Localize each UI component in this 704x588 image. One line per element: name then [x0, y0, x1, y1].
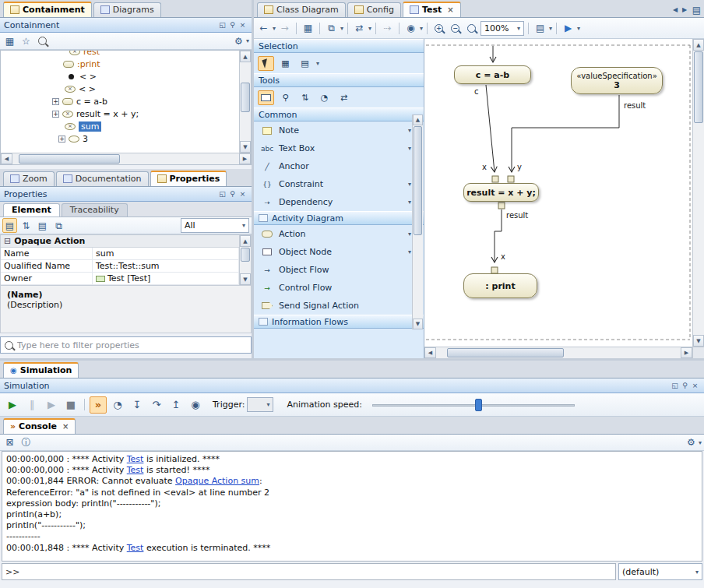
action-node-result[interactable]: result = x + y;: [463, 183, 539, 202]
scroll-up-icon[interactable]: ▲: [240, 235, 251, 247]
tab-properties[interactable]: Properties: [150, 171, 227, 186]
properties-section[interactable]: ⊟ Opaque Action: [1, 235, 239, 248]
console-log[interactable]: 00:00:00,000 : **** Activity Test is ini…: [2, 451, 702, 562]
dependencies-button[interactable]: ◉: [403, 21, 418, 36]
pin-panel-icon[interactable]: ⚲: [227, 190, 238, 198]
item-caret-icon[interactable]: ▾: [408, 231, 411, 238]
tree-hscrollbar[interactable]: ◀ ▶: [1, 153, 251, 164]
tab-containment[interactable]: Containment: [3, 2, 92, 17]
scroll-tabs-left-icon[interactable]: ◀: [671, 2, 680, 17]
run-caret-icon[interactable]: ▾: [577, 25, 580, 32]
back-caret-icon[interactable]: ▾: [273, 25, 276, 32]
palette-scrollbar[interactable]: ▲ ▼: [412, 114, 423, 329]
properties-filter-input[interactable]: [17, 340, 247, 350]
close-tab-icon[interactable]: ×: [447, 5, 453, 14]
slider-thumb[interactable]: [475, 399, 482, 411]
run-button[interactable]: ▶: [561, 21, 576, 36]
tab-traceability[interactable]: Traceability: [62, 203, 128, 217]
copy-button[interactable]: ⧉: [324, 21, 339, 36]
console-link[interactable]: Opaque Action sum: [175, 476, 259, 486]
palette-item-text-box[interactable]: abc Text Box ▾: [254, 139, 424, 157]
item-caret-icon[interactable]: ▾: [408, 127, 411, 134]
step-over-button[interactable]: ↷: [148, 396, 165, 414]
properties-vscrollbar[interactable]: ▲ ▼: [239, 235, 251, 285]
forward-button[interactable]: →: [277, 21, 292, 36]
tree-item-rest[interactable]: × rest: [2, 51, 239, 58]
property-row-name[interactable]: Name sum: [1, 248, 239, 260]
console-input-field[interactable]: >>: [2, 563, 616, 580]
pin-panel-icon[interactable]: ⚲: [227, 21, 238, 29]
edge-label-c[interactable]: c: [474, 87, 479, 96]
close-tab-icon[interactable]: ×: [62, 422, 69, 431]
layout-caret-icon[interactable]: ▾: [549, 25, 552, 32]
pin-label-x-2[interactable]: x: [501, 252, 505, 261]
console-link[interactable]: Test: [127, 543, 144, 553]
layout-button[interactable]: ▤: [533, 21, 547, 36]
canvas-vscrollbar[interactable]: ▲ ▼: [692, 39, 704, 347]
related-caret-icon[interactable]: ▾: [368, 25, 371, 32]
sort-icon[interactable]: ⇅: [19, 218, 33, 233]
resume-button[interactable]: ▶: [43, 396, 60, 414]
palette-section-tools[interactable]: Tools: [254, 73, 424, 87]
scroll-right-icon[interactable]: ▶: [681, 347, 692, 358]
tab-documentation[interactable]: Documentation: [56, 171, 149, 186]
close-panel-icon[interactable]: ×: [690, 382, 700, 389]
scroll-tabs-right-icon[interactable]: ▶: [680, 2, 689, 17]
tree-item-print[interactable]: :print: [2, 58, 239, 70]
property-row-owner[interactable]: Owner Test [Test]: [1, 273, 239, 285]
action-node-c-a-b[interactable]: c = a-b: [454, 65, 531, 84]
tab-class-diagram[interactable]: Class Diagram: [257, 2, 346, 17]
run-simulation-button[interactable]: ▶: [4, 396, 21, 414]
collapse-icon[interactable]: ⊟: [4, 236, 11, 246]
edge-label-result-1[interactable]: result: [624, 101, 646, 110]
palette-item-action[interactable]: Action ▾: [254, 225, 424, 243]
scroll-left-icon[interactable]: ◀: [1, 153, 12, 164]
timer-tool-icon[interactable]: ◔: [316, 90, 333, 105]
value-specification-node[interactable]: «valueSpecification» 3: [571, 67, 663, 94]
palette-section-selection[interactable]: Selection: [254, 39, 424, 53]
tree-layout-icon[interactable]: ▦: [2, 33, 17, 48]
pin-label-x-1[interactable]: x: [482, 163, 487, 171]
zoom-level-combo[interactable]: 100% ▾: [480, 21, 524, 36]
pause-button[interactable]: ∥: [23, 396, 40, 414]
back-button[interactable]: ←: [256, 21, 271, 36]
animation-speed-slider[interactable]: [372, 398, 575, 412]
close-panel-icon[interactable]: ×: [238, 190, 248, 198]
tab-diagrams[interactable]: Diagrams: [93, 2, 161, 17]
item-caret-icon[interactable]: ▾: [408, 181, 411, 188]
palette-item-object-node[interactable]: Object Node ▾: [254, 243, 424, 261]
marquee-tool-icon[interactable]: ▦: [277, 56, 294, 71]
align-tool-icon[interactable]: ⇅: [297, 90, 313, 105]
item-caret-icon[interactable]: ▾: [408, 199, 411, 206]
palette-item-object-flow[interactable]: → Object Flow: [254, 261, 424, 279]
pointer-tool-icon[interactable]: [258, 56, 274, 71]
tab-list-icon[interactable]: ▤: [689, 2, 704, 17]
scroll-up-icon[interactable]: ▲: [413, 114, 423, 125]
search-icon[interactable]: [35, 33, 50, 48]
expand-icon[interactable]: +: [52, 98, 59, 105]
canvas-hscrollbar[interactable]: ◀ ▶: [424, 347, 692, 358]
sticky-tool-icon[interactable]: [258, 90, 274, 105]
expert-view-icon[interactable]: ▤: [35, 218, 50, 233]
scroll-left-icon[interactable]: ◀: [424, 347, 436, 358]
scroll-down-icon[interactable]: ▼: [413, 319, 423, 329]
palette-section-activity-diagram[interactable]: Activity Diagram: [254, 211, 424, 225]
scroll-down-icon[interactable]: ▼: [240, 141, 251, 153]
palette-item-constraint[interactable]: {} Constraint ▾: [254, 175, 424, 193]
console-link[interactable]: Test: [127, 465, 144, 475]
categorized-view-icon[interactable]: ▤: [2, 218, 17, 233]
dependencies-caret-icon[interactable]: ▾: [420, 25, 423, 32]
console-input[interactable]: [23, 567, 612, 577]
console-settings-gear-icon[interactable]: ⚙: [684, 435, 699, 450]
copy-caret-icon[interactable]: ▾: [340, 25, 343, 32]
expand-icon[interactable]: +: [58, 136, 65, 143]
step-out-button[interactable]: ↥: [167, 396, 185, 414]
tree-vscrollbar[interactable]: ▲ ▼: [239, 51, 251, 153]
edge-result-to-y[interactable]: [512, 95, 619, 172]
console-scope-combo[interactable]: (default) ▾: [618, 563, 702, 580]
close-panel-icon[interactable]: ×: [238, 21, 248, 29]
tree-options-caret-icon[interactable]: ▾: [246, 37, 249, 44]
expand-icon[interactable]: +: [52, 111, 59, 118]
selection-caret-icon[interactable]: ▾: [316, 60, 319, 67]
tree-item-sum[interactable]: × sum: [2, 120, 239, 132]
